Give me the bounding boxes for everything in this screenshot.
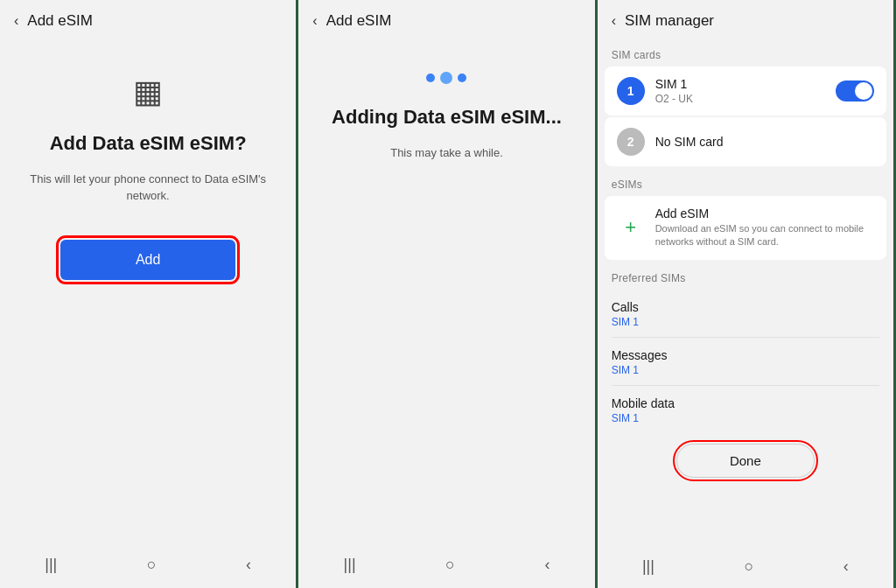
esim-add-info: Add eSIM Download an eSIM so you can con… [655,206,874,249]
panel1-heading: Add Data eSIM eSIM? [50,131,247,157]
panel1-nav-back[interactable]: ‹ [246,556,251,574]
panel1-nav-menu[interactable]: ||| [45,556,57,574]
sim2-item[interactable]: 2 No SIM card [605,117,886,166]
calls-value: SIM 1 [612,316,879,328]
mobile-data-label: Mobile data [612,396,879,410]
panel2-nav-menu[interactable]: ||| [344,556,356,574]
panel1-content: ▦ Add Data eSIM eSIM? This will let your… [0,38,296,545]
section-sim-cards-label: SIM cards [598,38,893,66]
section-preferred-label: Preferred SIMs [598,262,893,290]
calls-item[interactable]: Calls SIM 1 [598,290,893,337]
done-btn-row: Done [598,433,893,485]
sim2-badge: 2 [617,128,645,156]
panel-add-esim-confirm: ‹ Add eSIM ▦ Add Data eSIM eSIM? This wi… [0,0,298,588]
panel2-top-bar: ‹ Add eSIM [298,0,594,38]
sim1-name: SIM 1 [655,77,836,91]
sim1-carrier: O2 - UK [655,93,836,105]
sim2-info: No SIM card [655,135,874,149]
panel2-subtext: This may take a while. [382,144,512,162]
panel2-nav-back[interactable]: ‹ [544,556,550,574]
sim1-toggle[interactable] [836,80,874,102]
sim1-badge: 1 [617,77,645,105]
plus-icon: + [617,214,645,242]
panel1-title: Add eSIM [27,12,93,30]
add-button[interactable]: Add [60,240,235,280]
panel-sim-manager: ‹ SIM manager SIM cards 1 SIM 1 O2 - UK … [598,0,896,588]
done-button[interactable]: Done [676,444,815,478]
panel1-subtext: This will let your phone connect to Data… [21,171,275,205]
mobile-data-item[interactable]: Mobile data SIM 1 [598,386,893,433]
loading-spinner [426,74,466,84]
panel1-top-bar: ‹ Add eSIM [0,0,296,38]
esim-add-title: Add eSIM [655,206,874,220]
panel3-title: SIM manager [625,12,714,30]
panel1-nav-home[interactable]: ○ [147,556,157,574]
dot-center [440,72,452,84]
messages-item[interactable]: Messages SIM 1 [598,338,893,385]
mobile-data-value: SIM 1 [612,412,879,424]
panel3-bottom-nav: ||| ○ ‹ [598,549,893,588]
panel3-back-arrow[interactable]: ‹ [612,13,616,29]
panel3-nav-back[interactable]: ‹ [844,557,849,576]
panel3-nav-menu[interactable]: ||| [642,557,654,576]
panel2-title: Add eSIM [326,12,392,30]
sim-chip-icon: ▦ [133,74,163,110]
esim-add-desc: Download an eSIM so you can connect to m… [655,222,874,249]
panel2-heading: Adding Data eSIM eSIM... [332,105,562,130]
panel1-bottom-nav: ||| ○ ‹ [0,545,296,588]
sim1-item[interactable]: 1 SIM 1 O2 - UK [605,66,886,116]
panel3-nav-home[interactable]: ○ [744,557,753,576]
messages-label: Messages [612,348,879,362]
panel1-back-arrow[interactable]: ‹ [14,13,18,29]
add-esim-item[interactable]: + Add eSIM Download an eSIM so you can c… [605,196,886,260]
sim1-info: SIM 1 O2 - UK [655,77,836,105]
sim2-name: No SIM card [655,135,874,149]
panel2-content: Adding Data eSIM eSIM... This may take a… [298,38,594,545]
dot-right [458,74,466,82]
dot-left [426,74,435,82]
panel2-nav-home[interactable]: ○ [445,556,455,574]
panel3-top-bar: ‹ SIM manager [598,0,893,38]
calls-label: Calls [612,300,879,314]
panel2-bottom-nav: ||| ○ ‹ [298,545,594,588]
panel-add-esim-loading: ‹ Add eSIM Adding Data eSIM eSIM... This… [298,0,597,588]
panel2-back-arrow[interactable]: ‹ [312,13,317,29]
messages-value: SIM 1 [612,364,879,376]
section-esims-label: eSIMs [598,168,893,196]
